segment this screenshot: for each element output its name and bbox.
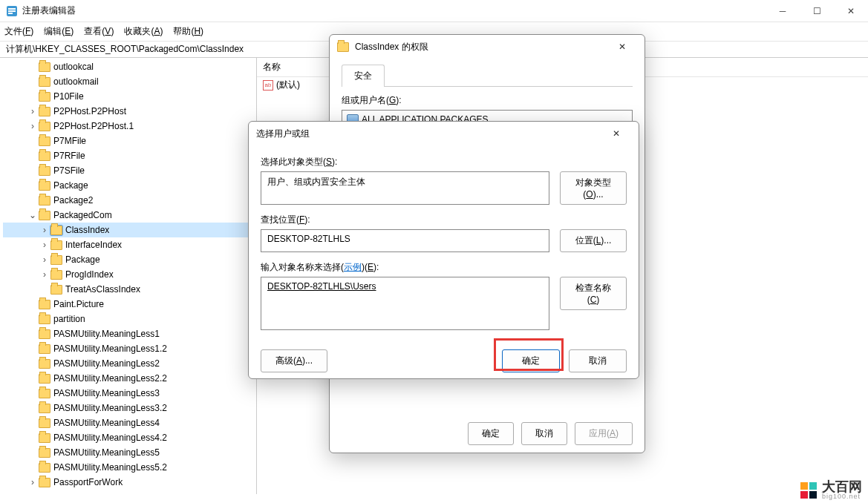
- menu-edit[interactable]: 编辑(E): [44, 25, 74, 38]
- tree-item[interactable]: P7RFile: [3, 148, 256, 163]
- folder-icon: [39, 62, 50, 72]
- tree-pane[interactable]: outlookcaloutlookmailP10File›P2PHost.P2P…: [0, 58, 257, 494]
- svg-rect-2: [8, 10, 16, 12]
- object-name-input[interactable]: DESKTOP-82TLHLS\Users: [261, 277, 549, 330]
- folder-icon: [39, 107, 50, 116]
- tree-item[interactable]: ›P2PHost.P2PHost.1: [3, 119, 256, 134]
- chevron-right-icon[interactable]: ›: [27, 121, 39, 131]
- chevron-right-icon[interactable]: ›: [39, 254, 50, 265]
- chevron-right-icon[interactable]: ›: [39, 240, 50, 250]
- folder-icon: [39, 389, 50, 398]
- folder-icon: [39, 181, 50, 191]
- select-user-dialog: 选择用户或组 ✕ 选择此对象类型(S): 用户、组或内置安全主体 对象类型(O)…: [248, 121, 639, 379]
- tree-item[interactable]: ›PassportForWork: [3, 475, 256, 490]
- select-dialog-titlebar[interactable]: 选择用户或组 ✕: [249, 122, 639, 145]
- folder-icon: [50, 255, 62, 265]
- watermark-title: 大百网: [822, 480, 862, 493]
- column-name[interactable]: 名称: [263, 61, 281, 73]
- folder-icon: [39, 404, 50, 413]
- minimize-button[interactable]: ─: [766, 0, 800, 22]
- tree-item[interactable]: P7SFile: [3, 163, 256, 178]
- chevron-right-icon[interactable]: ›: [27, 477, 39, 487]
- tree-item[interactable]: PASMUtility.MeaningLess5: [3, 445, 256, 460]
- advanced-button[interactable]: 高级(A)...: [261, 349, 327, 372]
- tree-item[interactable]: PASMUtility.MeaningLess3.2: [3, 401, 256, 415]
- tree-item-label: PASMUtility.MeaningLess2.2: [53, 373, 167, 384]
- tree-item[interactable]: PASMUtility.MeaningLess3: [3, 386, 256, 401]
- select-ok-button[interactable]: 确定: [502, 349, 560, 372]
- chevron-down-icon[interactable]: ⌄: [27, 210, 39, 220]
- tree-item[interactable]: Package2: [3, 193, 256, 208]
- menu-view[interactable]: 查看(V): [84, 25, 114, 38]
- folder-icon: [39, 448, 50, 458]
- value-name: (默认): [276, 79, 300, 91]
- tree-item[interactable]: PASMUtility.MeaningLess2.2: [3, 371, 256, 386]
- folder-icon: [50, 285, 62, 295]
- tree-item-label: ClassIndex: [65, 225, 109, 235]
- select-close-button[interactable]: ✕: [601, 122, 631, 145]
- tree-item-label: Paint.Picture: [53, 299, 104, 309]
- tree-item[interactable]: PASMUtility.MeaningLess1.2: [3, 341, 256, 356]
- tree-item[interactable]: ›ClassIndex: [3, 223, 256, 237]
- string-value-icon: ab: [263, 80, 273, 91]
- tree-item[interactable]: P7MFile: [3, 134, 256, 148]
- tab-security[interactable]: 安全: [342, 65, 385, 87]
- permissions-close-button[interactable]: ✕: [607, 35, 637, 59]
- tree-item-label: P2PHost.P2PHost.1: [53, 121, 134, 131]
- menu-favorites[interactable]: 收藏夹(A): [124, 25, 163, 38]
- folder-icon: [39, 77, 50, 87]
- chevron-right-icon[interactable]: ›: [39, 225, 50, 235]
- tree-item[interactable]: PASMUtility.MeaningLess4: [3, 415, 256, 430]
- tree-item[interactable]: P10File: [3, 89, 256, 104]
- tree-item[interactable]: PASMUtility.MeaningLess2: [3, 356, 256, 371]
- tree-item-label: PASMUtility.MeaningLess1: [53, 329, 160, 339]
- chevron-right-icon[interactable]: ›: [39, 269, 50, 280]
- tree-item[interactable]: outlookcal: [3, 59, 256, 74]
- maximize-button[interactable]: ☐: [800, 0, 834, 22]
- tree-item-label: TreatAsClassIndex: [65, 284, 140, 295]
- check-names-button[interactable]: 检查名称(C): [560, 277, 627, 310]
- window-controls: ─ ☐ ✕: [766, 0, 868, 22]
- tree-item-label: PASMUtility.MeaningLess5: [53, 447, 160, 458]
- folder-icon: [50, 226, 62, 235]
- menu-file[interactable]: 文件(F): [4, 25, 33, 38]
- watermark-logo-icon: [800, 481, 818, 499]
- folder-icon: [39, 211, 50, 220]
- tree-item[interactable]: PASMUtility.MeaningLess5.2: [3, 460, 256, 475]
- tree-item[interactable]: Paint.Picture: [3, 297, 256, 312]
- close-button[interactable]: ✕: [834, 0, 868, 22]
- svg-rect-1: [8, 8, 16, 10]
- tree-item[interactable]: partition: [3, 312, 256, 326]
- select-cancel-button[interactable]: 取消: [569, 349, 627, 372]
- folder-icon: [39, 478, 50, 487]
- tree-item[interactable]: ›InterfaceIndex: [3, 237, 256, 252]
- tree-item[interactable]: PASMUtility.MeaningLess4.2: [3, 430, 256, 445]
- tree-item[interactable]: ›Package: [3, 252, 256, 267]
- tree-item-label: PackagedCom: [53, 210, 112, 220]
- tree-item[interactable]: ›ProgIdIndex: [3, 267, 256, 282]
- tree-item[interactable]: ⌄PackagedCom: [3, 208, 256, 223]
- permissions-dialog-titlebar[interactable]: ClassIndex 的权限 ✕: [330, 35, 645, 59]
- chevron-right-icon[interactable]: ›: [27, 106, 39, 116]
- tree-item[interactable]: outlookmail: [3, 74, 256, 89]
- tree-item[interactable]: PASMUtility.MeaningLess1: [3, 326, 256, 341]
- menu-help[interactable]: 帮助(H): [173, 25, 203, 38]
- permissions-ok-button[interactable]: 确定: [468, 422, 514, 445]
- tree-item-label: Package: [53, 180, 88, 191]
- tree-item[interactable]: TreatAsClassIndex: [3, 282, 256, 297]
- example-link[interactable]: 示例: [344, 262, 362, 272]
- permissions-apply-button[interactable]: 应用(A): [575, 422, 633, 445]
- object-types-button[interactable]: 对象类型(O)...: [560, 171, 627, 205]
- tree-item[interactable]: Package: [3, 178, 256, 193]
- window-title: 注册表编辑器: [22, 4, 766, 17]
- tree-item[interactable]: ›P2PHost.P2PHost: [3, 104, 256, 119]
- folder-icon: [50, 270, 62, 280]
- permissions-cancel-button[interactable]: 取消: [521, 422, 567, 445]
- folder-icon: [39, 374, 50, 384]
- tree-item-label: P7SFile: [53, 165, 85, 176]
- tree-item-label: PASMUtility.MeaningLess4.2: [53, 433, 167, 443]
- tree-item-label: P2PHost.P2PHost: [53, 106, 126, 116]
- folder-icon: [39, 151, 50, 161]
- locations-button[interactable]: 位置(L)...: [560, 229, 627, 252]
- tree-item-label: P7RFile: [53, 151, 85, 161]
